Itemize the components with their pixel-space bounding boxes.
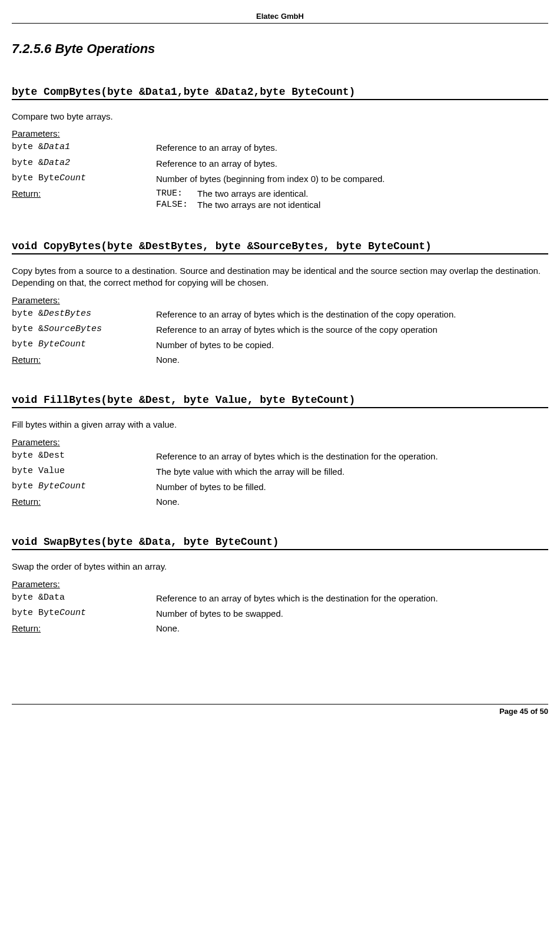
page-header: Elatec GmbH [12,12,548,24]
param-name: byte &Data [12,593,156,603]
param-name: byte &Dest [12,451,156,461]
return-label: Return: [12,355,156,365]
param-desc: The byte value with which the array will… [156,466,548,478]
parameters-label: Parameters: [12,437,548,447]
return-label: Return: [12,497,156,507]
param-row: byte ValueThe byte value with which the … [12,466,548,478]
param-row: byte &Data2Reference to an array of byte… [12,158,548,170]
param-name: byte ByteCount [12,608,156,618]
return-desc: TRUE:The two arrays are identical.FALSE:… [156,188,548,211]
param-desc: Number of bytes (beginning from index 0)… [156,173,548,185]
parameters-label: Parameters: [12,128,548,138]
param-row: byte ByteCountNumber of bytes to be swap… [12,608,548,620]
function-signature: byte CompBytes(byte &Data1,byte &Data2,b… [12,86,548,100]
page-footer: Page 45 of 50 [12,704,548,716]
param-name: byte &DestBytes [12,309,156,319]
function-signature: void SwapBytes(byte &Data, byte ByteCoun… [12,536,548,550]
param-desc: Reference to an array of bytes which is … [156,309,548,320]
param-desc: Reference to an array of bytes which is … [156,324,548,336]
function-description: Compare two byte arrays. [12,111,548,123]
function-description: Copy bytes from a source to a destinatio… [12,265,548,289]
return-desc: None. [156,623,548,633]
return-row: Return:None. [12,497,548,507]
return-row: Return:None. [12,623,548,633]
return-row: Return:TRUE:The two arrays are identical… [12,188,548,211]
functions-container: byte CompBytes(byte &Data1,byte &Data2,b… [12,86,548,633]
return-row: Return:None. [12,355,548,365]
param-name: byte ByteCount [12,339,156,349]
param-row: byte &SourceBytesReference to an array o… [12,324,548,336]
param-desc: Number of bytes to be swapped. [156,608,548,620]
param-desc: Number of bytes to be filled. [156,481,548,493]
param-desc: Number of bytes to be copied. [156,339,548,351]
parameters-label: Parameters: [12,295,548,305]
param-name: byte &Data1 [12,142,156,152]
section-title: 7.2.5.6 Byte Operations [12,41,548,57]
return-label: Return: [12,623,156,633]
param-desc: Reference to an array of bytes which is … [156,451,548,462]
param-name: byte Value [12,466,156,476]
param-name: byte &Data2 [12,158,156,168]
param-desc: Reference to an array of bytes. [156,142,548,154]
param-row: byte ByteCountNumber of bytes to be copi… [12,339,548,351]
function-signature: void CopyBytes(byte &DestBytes, byte &So… [12,240,548,254]
param-desc: Reference to an array of bytes which is … [156,593,548,604]
parameters-label: Parameters: [12,579,548,589]
param-row: byte &Data1Reference to an array of byte… [12,142,548,154]
function-signature: void FillBytes(byte &Dest, byte Value, b… [12,394,548,408]
param-name: byte ByteCount [12,173,156,183]
return-desc: None. [156,355,548,365]
param-row: byte &DestReference to an array of bytes… [12,451,548,462]
param-row: byte ByteCountNumber of bytes (beginning… [12,173,548,185]
return-desc: None. [156,497,548,507]
param-row: byte &DestBytesReference to an array of … [12,309,548,320]
return-label: Return: [12,188,156,199]
param-row: byte &DataReference to an array of bytes… [12,593,548,604]
param-name: byte &SourceBytes [12,324,156,334]
function-description: Swap the order of bytes within an array. [12,561,548,573]
param-name: byte ByteCount [12,481,156,491]
param-desc: Reference to an array of bytes. [156,158,548,170]
function-description: Fill bytes within a given array with a v… [12,419,548,431]
param-row: byte ByteCountNumber of bytes to be fill… [12,481,548,493]
